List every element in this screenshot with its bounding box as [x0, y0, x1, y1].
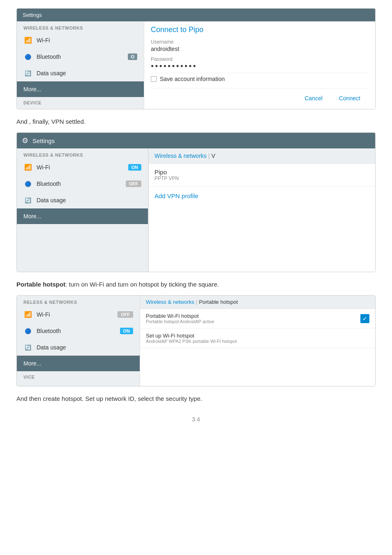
sc3-right-panel: Wireless & networks | Portable hotspot P…	[140, 296, 375, 386]
sc2-datausage-label: Data usage	[37, 197, 66, 204]
sc3-left-panel: RELESS & NETWORKS Wi-Fi OFF Bluetooth ON…	[17, 296, 140, 386]
sc3-hotspot2[interactable]: Set up Wi-Fi hotspot AndroidAP WPA2 PSK …	[140, 328, 375, 348]
sc3-wifi-icon	[23, 311, 32, 318]
sc3-wireless-label: RELESS & NETWORKS	[17, 296, 140, 306]
sc1-datausage-item[interactable]: Data usage	[17, 65, 144, 81]
prose1: And , finally, VPN settled.	[16, 117, 376, 127]
sc1-bluetooth-label: Bluetooth	[37, 53, 61, 60]
sc1-settings-title: Settings	[23, 12, 42, 18]
sc2-breadcrumb-main: Wireless & networks	[154, 153, 207, 159]
sc2-wifi-toggle[interactable]: ON	[128, 164, 142, 171]
sc3-hotspot1-text: Portable Wi-Fi hotspot Portable hotspot …	[146, 313, 214, 324]
prose2-rest: : turn on Wi-Fi and turn on hotspot by t…	[65, 281, 219, 288]
sc3-more-item[interactable]: More...	[17, 356, 140, 371]
sc1-more-item[interactable]: More...	[17, 81, 144, 97]
sc2-wifi-label: Wi-Fi	[37, 164, 50, 171]
sc2-more-label: More...	[23, 213, 42, 220]
sc1-body: WIRELESS & NETWORKS Wi-Fi Bluetooth O Da…	[17, 21, 375, 109]
screenshot3: RELESS & NETWORKS Wi-Fi OFF Bluetooth ON…	[16, 295, 376, 386]
screenshot1: Settings WIRELESS & NETWORKS Wi-Fi Bluet…	[16, 8, 376, 109]
sc2-breadcrumb-sub: V	[211, 153, 215, 159]
datausage-icon	[23, 69, 32, 77]
sc2-bluetooth-item[interactable]: Bluetooth OFF	[17, 176, 148, 192]
sc2-vpn-item[interactable]: Pipo PPTP VPN	[149, 164, 375, 187]
sc3-hotspot1-name: Portable Wi-Fi hotspot	[146, 313, 214, 319]
sc3-bt-toggle[interactable]: ON	[120, 328, 134, 334]
sc1-wifi-label: Wi-Fi	[37, 37, 50, 44]
sc2-more-item[interactable]: More...	[17, 208, 148, 224]
sc3-hotspot2-sub: AndroidAP WPA2 PSK portable Wi-Fi hotspo…	[146, 339, 237, 344]
sc1-more-label: More...	[23, 86, 42, 92]
sc3-more-label: More...	[23, 360, 42, 367]
hotspot1-checkmark[interactable]: ✓	[360, 314, 369, 323]
sc3-bluetooth-label: Bluetooth	[37, 328, 61, 334]
password-label: Password	[151, 56, 369, 62]
sc3-right-header: Wireless & networks | Portable hotspot	[140, 296, 375, 309]
sc1-left-panel: WIRELESS & NETWORKS Wi-Fi Bluetooth O Da…	[17, 21, 144, 109]
sc1-datausage-label: Data usage	[37, 70, 66, 76]
sc2-bt-icon	[23, 180, 32, 187]
sc1-device-label: DEVICE	[17, 97, 144, 106]
sc2-wifi-item[interactable]: Wi-Fi ON	[17, 159, 148, 176]
bluetooth-icon	[23, 53, 32, 60]
prose2-bold: Portable hotspot	[16, 281, 65, 288]
sc3-device-label: VICE	[17, 371, 140, 380]
sc1-bluetooth-item[interactable]: Bluetooth O	[17, 49, 144, 65]
sc2-wireless-label: WIRELESS & NETWORKS	[17, 148, 148, 159]
save-checkbox[interactable]	[151, 76, 157, 82]
sc3-wifi-toggle[interactable]: OFF	[118, 311, 133, 318]
sc2-datausage-item[interactable]: Data usage	[17, 192, 148, 208]
screenshot2: ⚙ Settings WIRELESS & NETWORKS Wi-Fi ON …	[16, 132, 376, 272]
vpn-sub: PPTP VPN	[154, 176, 369, 181]
sc3-breadcrumb-main: Wireless & networks	[146, 299, 194, 305]
sc2-bluetooth-label: Bluetooth	[37, 180, 61, 187]
page-number: 3 4	[16, 416, 376, 423]
sc3-wifi-label: Wi-Fi	[37, 311, 50, 318]
sc3-breadcrumb-sep: |	[196, 299, 197, 305]
save-label: Save account information	[160, 76, 225, 82]
sc2-breadcrumb-sep: |	[208, 153, 210, 159]
sc3-bluetooth-item[interactable]: Bluetooth ON	[17, 323, 140, 339]
sc2-bt-toggle[interactable]: OFF	[126, 180, 141, 187]
username-label: Username	[151, 39, 369, 45]
sc3-hotspot2-text: Set up Wi-Fi hotspot AndroidAP WPA2 PSK …	[146, 333, 237, 344]
wifi-icon	[23, 37, 32, 44]
sc3-breadcrumb-sub: Portable hotspot	[199, 299, 238, 305]
sc3-body: RELESS & NETWORKS Wi-Fi OFF Bluetooth ON…	[17, 296, 375, 386]
sc3-hotspot1[interactable]: Portable Wi-Fi hotspot Portable hotspot …	[140, 309, 375, 328]
sc1-dialog: Connect to Pipo Username androidtest Pas…	[144, 21, 375, 109]
sc1-settings-bar: Settings	[17, 9, 375, 21]
dialog-actions: Cancel Connect	[151, 88, 369, 105]
sc3-wifi-item[interactable]: Wi-Fi OFF	[17, 306, 140, 323]
sc1-wifi-item[interactable]: Wi-Fi	[17, 32, 144, 49]
sc2-title: Settings	[32, 137, 55, 144]
sc2-wifi-icon	[23, 164, 32, 171]
cancel-button[interactable]: Cancel	[296, 92, 331, 105]
dialog-title: Connect to Pipo	[151, 25, 369, 34]
vpn-name: Pipo	[154, 169, 369, 176]
sc2-body: WIRELESS & NETWORKS Wi-Fi ON Bluetooth O…	[17, 148, 375, 272]
sc2-right-header: Wireless & networks | V	[149, 148, 375, 164]
connect-button[interactable]: Connect	[331, 92, 369, 105]
sc3-hotspot1-sub: Portable hotspot AndroidAP active	[146, 319, 214, 324]
sc2-header: ⚙ Settings	[17, 133, 375, 148]
sc1-wireless-section-label: WIRELESS & NETWORKS	[17, 21, 144, 32]
sc3-datausage-item[interactable]: Data usage	[17, 339, 140, 356]
add-vpn-button[interactable]: Add VPN profile	[149, 187, 375, 205]
sc2-data-icon	[23, 197, 32, 204]
save-row: Save account information	[151, 73, 369, 82]
sc1-bluetooth-toggle[interactable]: O	[128, 53, 137, 60]
sc3-bt-icon	[23, 327, 32, 335]
sc2-right-panel: Wireless & networks | V Pipo PPTP VPN Ad…	[148, 148, 375, 272]
sc3-datausage-label: Data usage	[37, 344, 66, 351]
settings-icon: ⚙	[22, 136, 28, 145]
username-value: androidtest	[151, 46, 369, 52]
sc3-data-icon	[23, 344, 32, 351]
password-dots: ●●●●●●●●●●●	[151, 63, 369, 69]
sc2-left-panel: WIRELESS & NETWORKS Wi-Fi ON Bluetooth O…	[17, 148, 148, 272]
sc3-hotspot2-name: Set up Wi-Fi hotspot	[146, 333, 237, 339]
prose3: And then create hotspot. Set up network …	[16, 394, 376, 404]
prose2: Portable hotspot: turn on Wi-Fi and turn…	[16, 280, 376, 289]
